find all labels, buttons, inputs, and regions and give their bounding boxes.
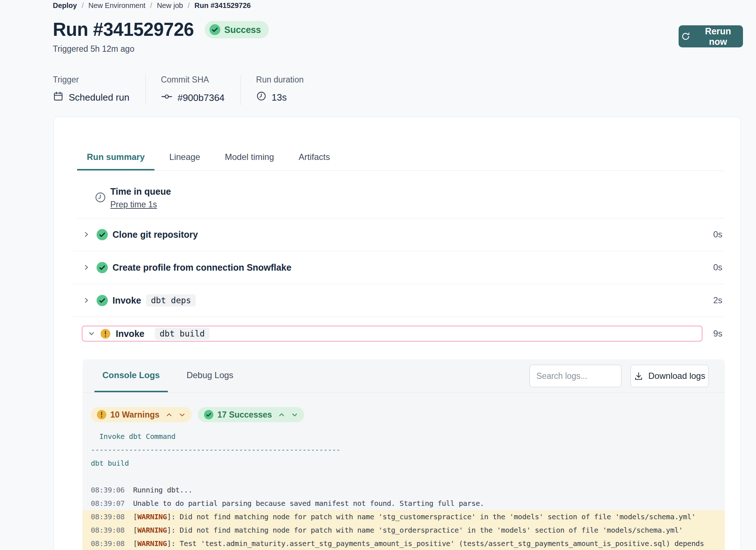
breadcrumb: Deploy/New Environment/New job/Run #3415…: [53, 0, 251, 11]
warning-label: WARNING: [137, 512, 167, 521]
breadcrumb-item-run-341529726: Run #341529726: [194, 1, 251, 10]
step-row-invoke-dbt-build[interactable]: Invokedbt build9s: [73, 317, 724, 359]
successes-prev-button[interactable]: [278, 411, 285, 418]
logs-header: Console LogsDebug Logs Download logs: [82, 359, 725, 393]
log-timestamp: 08:39:06: [91, 486, 125, 494]
breadcrumb-separator: /: [150, 1, 152, 10]
meta-label: Trigger: [53, 75, 129, 85]
chevron-down-icon[interactable]: [88, 330, 95, 337]
step-duration: 0s: [713, 229, 722, 240]
expanded-step-box[interactable]: Invokedbt build: [82, 326, 702, 342]
warnings-next-button[interactable]: [179, 411, 186, 418]
step-list: Clone git repository0sCreate profile fro…: [73, 218, 724, 359]
step-row-invoke-dbt-deps[interactable]: Invokedbt deps2s: [73, 284, 724, 317]
chevron-up-icon: [166, 411, 173, 418]
logs-tabs: Console LogsDebug Logs: [94, 359, 241, 392]
meta-value-text: #900b7364: [178, 92, 225, 103]
download-logs-button[interactable]: Download logs: [630, 365, 709, 387]
log-line: [82, 470, 725, 483]
step-row-clone-git-repository[interactable]: Clone git repository0s: [73, 218, 724, 251]
log-timestamp: 08:39:07: [91, 499, 125, 508]
log-line: 08:39:06 Running dbt...: [82, 483, 725, 497]
successes-pill-label: 17 Successes: [217, 410, 272, 420]
success-icon: [204, 410, 213, 419]
success-icon: [97, 262, 108, 273]
success-icon: [97, 295, 108, 306]
log-summary-pills: 10 Warnings 17 Successes: [91, 407, 725, 422]
chevron-right-icon[interactable]: [83, 231, 90, 238]
successes-pill: 17 Successes: [198, 407, 304, 422]
meta-commit-sha: Commit SHA#900b7364: [146, 75, 241, 105]
run-card: Run summaryLineageModel timingArtifacts …: [54, 117, 741, 550]
log-line: 08:39:08 [WARNING]: Did not find matchin…: [82, 524, 725, 537]
warnings-pill: 10 Warnings: [91, 407, 192, 422]
warning-icon: [97, 410, 106, 419]
meta-value-text: 13s: [272, 92, 287, 103]
logs-panel: Console LogsDebug Logs Download logs 10 …: [82, 359, 725, 550]
warning-label: WARNING: [137, 526, 167, 534]
breadcrumb-separator: /: [82, 1, 84, 10]
log-timestamp: 08:39:08: [91, 539, 125, 548]
status-badge-label: Success: [224, 25, 261, 35]
clock-icon: [256, 91, 267, 104]
title-row: Run #341529726 Success: [53, 18, 269, 41]
log-timestamp: 08:39:08: [91, 512, 125, 521]
meta-label: Commit SHA: [161, 75, 225, 85]
log-line: 08:39:07 Unable to do partial parsing be…: [82, 497, 725, 510]
run-detail-page: Deploy/New Environment/New job/Run #3415…: [0, 0, 756, 550]
page-title: Run #341529726: [53, 18, 194, 41]
chevron-down-icon: [179, 411, 186, 418]
warnings-prev-button[interactable]: [166, 411, 173, 418]
chevron-right-icon[interactable]: [83, 264, 90, 271]
step-command: dbt deps: [146, 294, 196, 306]
prep-time-link[interactable]: Prep time 1s: [110, 200, 157, 210]
tab-run-summary[interactable]: Run summary: [77, 145, 154, 170]
warning-icon: [101, 329, 110, 339]
status-badge: Success: [205, 21, 269, 38]
meta-value: Scheduled run: [53, 91, 129, 104]
tab-debug-logs[interactable]: Debug Logs: [179, 359, 241, 392]
tab-model-timing[interactable]: Model timing: [215, 145, 284, 170]
step-duration: 0s: [713, 262, 722, 272]
download-icon: [634, 371, 644, 381]
log-timestamp: 08:39:08: [91, 526, 125, 534]
log-line: 08:39:08 [WARNING]: Did not find matchin…: [82, 510, 725, 524]
breadcrumb-item-new-job[interactable]: New job: [157, 1, 183, 10]
log-line: Invoke dbt Command: [82, 430, 725, 443]
tab-lineage[interactable]: Lineage: [160, 145, 210, 170]
chevron-right-icon[interactable]: [83, 297, 90, 304]
breadcrumb-separator: /: [188, 1, 190, 10]
log-line: 08:39:08 [WARNING]: Test 'test.admin_mat…: [82, 537, 725, 550]
warning-label: WARNING: [137, 539, 167, 548]
download-logs-label: Download logs: [648, 371, 705, 381]
calendar-icon: [53, 91, 64, 104]
step-label: Invoke: [116, 329, 144, 339]
log-line: dbt build: [82, 457, 725, 470]
log-line: ----------------------------------------…: [82, 443, 725, 457]
search-logs-input[interactable]: [530, 365, 621, 387]
breadcrumb-item-deploy[interactable]: Deploy: [53, 1, 77, 10]
breadcrumb-item-new-environment[interactable]: New Environment: [88, 1, 145, 10]
tab-artifacts[interactable]: Artifacts: [289, 145, 340, 170]
clock-icon: [94, 191, 106, 203]
commit-icon: [161, 91, 173, 105]
time-in-queue-title: Time in queue: [110, 186, 171, 197]
meta-value: #900b7364: [161, 91, 225, 105]
console-log-output: Invoke dbt Command----------------------…: [82, 430, 725, 550]
meta-run-duration: Run duration13s: [241, 75, 320, 105]
step-duration: 9s: [713, 326, 722, 342]
chevron-up-icon: [278, 411, 285, 418]
chevron-down-icon: [291, 411, 298, 418]
tab-console-logs[interactable]: Console Logs: [94, 359, 168, 392]
run-tabs: Run summaryLineageModel timingArtifacts: [77, 145, 724, 171]
warnings-pill-label: 10 Warnings: [110, 410, 160, 420]
success-icon: [97, 229, 108, 240]
step-label: Create profile from connection Snowflake: [112, 262, 292, 273]
step-duration: 2s: [713, 295, 722, 305]
step-label: Invoke: [112, 295, 141, 306]
rerun-now-button[interactable]: Rerun now: [679, 25, 743, 47]
step-row-create-profile-from-connection-snowflake[interactable]: Create profile from connection Snowflake…: [73, 251, 724, 284]
time-in-queue-row: Time in queue Prep time 1s: [77, 170, 724, 219]
step-command: dbt build: [155, 327, 209, 340]
successes-next-button[interactable]: [291, 411, 298, 418]
